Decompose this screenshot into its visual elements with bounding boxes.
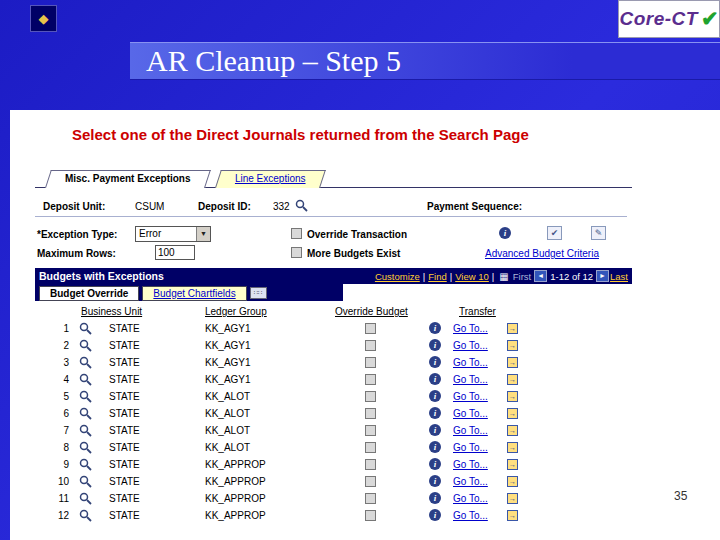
goto-link[interactable]: Go To... [453,323,488,334]
goto-transfer-icon[interactable]: → [507,323,518,334]
deposit-id-lookup-magnifier-icon[interactable] [295,199,308,214]
row-info-button[interactable]: i [429,373,441,385]
ledger-group-cell: KK_APPROP [205,510,266,521]
row-lookup-magnifier-icon[interactable] [79,509,92,524]
goto-link[interactable]: Go To... [453,442,488,453]
last-link[interactable]: Last [610,271,628,282]
override-budget-checkbox[interactable] [365,442,376,453]
goto-transfer-icon[interactable]: → [507,459,518,470]
row-info-button[interactable]: i [429,475,441,487]
row-info-button[interactable]: i [429,509,441,521]
tab-budget-chartfields[interactable]: Budget Chartfields [142,286,246,301]
goto-transfer-icon[interactable]: → [507,408,518,419]
info-icon: i [499,227,511,239]
view-link[interactable]: View 10 [455,271,489,282]
row-info-button[interactable]: i [429,339,441,351]
override-budget-checkbox[interactable] [365,408,376,419]
override-budget-checkbox[interactable] [365,476,376,487]
goto-link[interactable]: Go To... [453,391,488,402]
override-transaction-info-button[interactable]: i [499,227,511,239]
override-transaction-checkbox[interactable] [291,228,302,239]
ledger-group-cell: KK_AGY1 [205,340,251,351]
row-info-button[interactable]: i [429,322,441,334]
info-icon: i [429,492,441,504]
override-budget-checkbox[interactable] [365,510,376,521]
goto-transfer-icon[interactable]: → [507,493,518,504]
row-lookup-magnifier-icon[interactable] [79,339,92,354]
goto-link[interactable]: Go To... [453,493,488,504]
row-lookup-magnifier-icon[interactable] [79,356,92,371]
goto-link[interactable]: Go To... [453,425,488,436]
tab-misc-payment-exceptions[interactable]: Misc. Payment Exceptions [45,170,210,188]
advanced-budget-criteria-link[interactable]: Advanced Budget Criteria [485,248,599,259]
override-budget-checkbox[interactable] [365,459,376,470]
override-budget-checkbox[interactable] [365,323,376,334]
row-lookup-magnifier-icon[interactable] [79,373,92,388]
column-header-override-budget[interactable]: Override Budget [335,306,408,317]
dropdown-arrow-icon[interactable]: ▼ [196,227,210,241]
override-budget-checkbox[interactable] [365,340,376,351]
goto-link[interactable]: Go To... [453,408,488,419]
more-budgets-exist-checkbox[interactable] [291,247,302,258]
row-number: 3 [41,357,69,368]
goto-transfer-icon[interactable]: → [507,340,518,351]
goto-transfer-icon[interactable]: → [507,510,518,521]
row-lookup-magnifier-icon[interactable] [79,424,92,439]
ledger-group-cell: KK_APPROP [205,459,266,470]
override-budget-checkbox[interactable] [365,391,376,402]
row-number: 8 [41,442,69,453]
row-lookup-magnifier-icon[interactable] [79,407,92,422]
override-budget-checkbox[interactable] [365,493,376,504]
goto-transfer-icon[interactable]: → [507,391,518,402]
info-icon: i [429,339,441,351]
next-arrow-icon[interactable]: ► [596,270,609,282]
column-header-ledger-group[interactable]: Ledger Group [205,306,267,317]
row-lookup-magnifier-icon[interactable] [79,475,92,490]
tab-label: Misc. Payment Exceptions [65,171,191,187]
row-lookup-magnifier-icon[interactable] [79,492,92,507]
show-all-columns-button[interactable]: ∷∷ [250,287,267,299]
download-grid-icon[interactable]: ▦ [497,271,510,282]
row-lookup-magnifier-icon[interactable] [79,441,92,456]
tab-budget-override[interactable]: Budget Override [39,286,139,301]
row-info-button[interactable]: i [429,356,441,368]
goto-transfer-icon[interactable]: → [507,425,518,436]
goto-transfer-icon[interactable]: → [507,476,518,487]
override-budget-checkbox[interactable] [365,357,376,368]
row-lookup-magnifier-icon[interactable] [79,458,92,473]
first-link[interactable]: First [511,271,533,282]
row-info-button[interactable]: i [429,390,441,402]
business-unit-cell: STATE [109,323,140,334]
maximum-rows-input[interactable] [155,245,195,260]
peoplesoft-screenshot: Misc. Payment Exceptions Line Exceptions… [35,170,632,526]
override-budget-checkbox[interactable] [365,425,376,436]
customize-link[interactable]: Customize [375,271,420,282]
goto-transfer-icon[interactable]: → [507,357,518,368]
table-row: 10 STATE KK_APPROP i Go To... → [35,473,632,490]
exception-type-select[interactable]: Error ▼ [135,226,211,242]
column-header-transfer[interactable]: Transfer [459,306,496,317]
find-link[interactable]: Find [428,271,446,282]
row-lookup-magnifier-icon[interactable] [79,390,92,405]
goto-link[interactable]: Go To... [453,357,488,368]
grid-header-bar: Budgets with Exceptions Customize Find V… [35,268,632,284]
column-header-business-unit[interactable]: Business Unit [81,306,142,317]
row-info-button[interactable]: i [429,407,441,419]
goto-transfer-icon[interactable]: → [507,442,518,453]
goto-link[interactable]: Go To... [453,459,488,470]
row-info-button[interactable]: i [429,492,441,504]
row-info-button[interactable]: i [429,424,441,436]
pencil-icon[interactable]: ✎ [591,226,606,240]
goto-link[interactable]: Go To... [453,340,488,351]
tab-line-exceptions[interactable]: Line Exceptions [215,170,325,188]
row-lookup-magnifier-icon[interactable] [79,322,92,337]
stamp-icon[interactable]: ✔ [547,226,562,240]
goto-link[interactable]: Go To... [453,510,488,521]
row-info-button[interactable]: i [429,441,441,453]
prev-arrow-icon[interactable]: ◄ [534,270,547,282]
goto-link[interactable]: Go To... [453,374,488,385]
row-info-button[interactable]: i [429,458,441,470]
goto-link[interactable]: Go To... [453,476,488,487]
override-budget-checkbox[interactable] [365,374,376,385]
goto-transfer-icon[interactable]: → [507,374,518,385]
